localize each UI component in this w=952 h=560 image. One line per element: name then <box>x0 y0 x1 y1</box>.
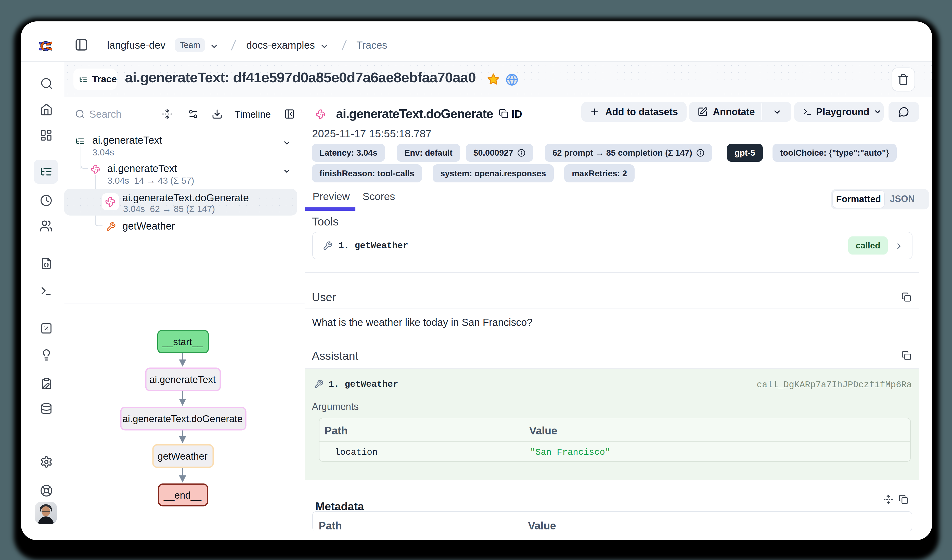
svg-text:__start__: __start__ <box>162 336 203 347</box>
svg-text:getWeather: getWeather <box>158 451 207 462</box>
svg-text:__end__: __end__ <box>164 490 202 501</box>
svg-text:ai.generateText: ai.generateText <box>149 374 216 385</box>
svg-text:ai.generateText.doGenerate: ai.generateText.doGenerate <box>122 413 243 424</box>
